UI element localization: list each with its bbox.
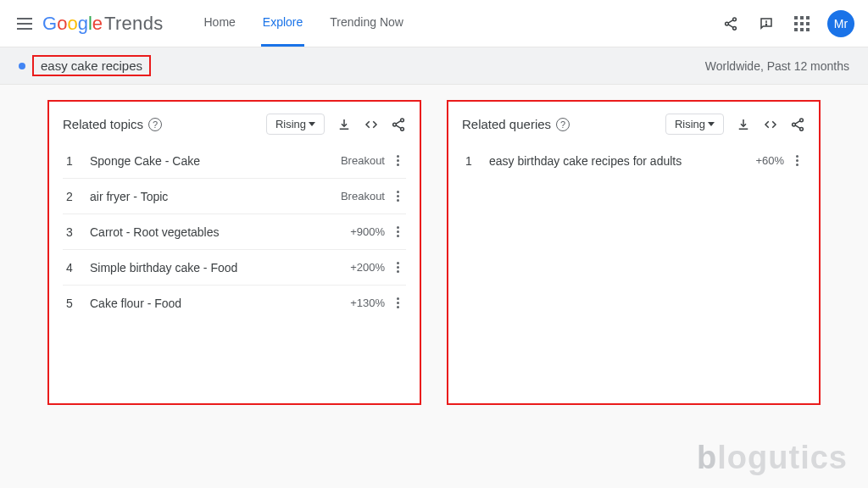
svg-point-13: [793, 123, 796, 126]
svg-point-6: [765, 24, 766, 25]
svg-point-12: [800, 118, 804, 121]
row-value: Breakout: [341, 190, 385, 202]
search-term[interactable]: easy cake recipes: [32, 55, 151, 76]
related-queries-header: Related queries ? Rising: [462, 114, 805, 143]
svg-point-14: [800, 127, 804, 130]
google-trends-logo[interactable]: Google Trends: [42, 13, 163, 35]
related-queries-card: Related queries ? Rising 1 easy birthday…: [447, 100, 821, 405]
svg-point-0: [733, 17, 737, 20]
row-rank: 3: [66, 225, 76, 239]
share-icon[interactable]: [721, 14, 741, 34]
chevron-down-icon: [309, 122, 315, 126]
svg-point-8: [393, 123, 397, 126]
main-nav: Home Explore Trending Now: [202, 0, 404, 47]
nav-home[interactable]: Home: [202, 0, 236, 47]
sub-header: easy cake recipes Worldwide, Past 12 mon…: [0, 47, 868, 85]
table-row[interactable]: 4 Simple birthday cake - Food +200%: [63, 250, 406, 286]
svg-line-3: [728, 19, 733, 22]
context-label: Worldwide, Past 12 months: [705, 59, 849, 73]
row-label: Cake flour - Food: [90, 297, 181, 310]
svg-point-9: [401, 127, 404, 130]
more-icon[interactable]: [393, 225, 403, 239]
google-apps-icon[interactable]: [792, 14, 812, 34]
avatar[interactable]: Mr: [827, 10, 854, 37]
top-header: Google Trends Home Explore Trending Now …: [0, 0, 868, 47]
sort-label: Rising: [275, 118, 306, 130]
related-queries-title: Related queries: [462, 117, 551, 131]
logo-trends-word: Trends: [104, 13, 163, 35]
row-label: easy birthday cake recipes for adults: [489, 154, 682, 168]
nav-explore[interactable]: Explore: [261, 0, 304, 47]
term-color-dot-icon: [19, 63, 25, 69]
table-row[interactable]: 2 air fryer - Topic Breakout: [63, 179, 406, 214]
table-row[interactable]: 1 easy birthday cake recipes for adults …: [462, 143, 805, 178]
more-icon[interactable]: [393, 260, 403, 274]
cards-wrapper: Related topics ? Rising 1 Sponge Cake - …: [0, 85, 868, 420]
more-icon[interactable]: [393, 296, 403, 310]
row-rank: 1: [66, 154, 76, 168]
row-value: Breakout: [341, 154, 385, 167]
row-value: +200%: [350, 261, 385, 274]
help-icon[interactable]: ?: [556, 118, 570, 131]
sort-label: Rising: [675, 118, 705, 130]
share-icon[interactable]: [790, 117, 805, 132]
svg-line-4: [728, 24, 733, 26]
related-topics-header: Related topics ? Rising: [63, 114, 406, 143]
more-icon[interactable]: [793, 153, 802, 168]
nav-trending-now[interactable]: Trending Now: [328, 0, 405, 47]
table-row[interactable]: 1 Sponge Cake - Cake Breakout: [63, 143, 406, 179]
row-label: air fryer - Topic: [90, 190, 168, 203]
watermark: blogutics: [697, 440, 848, 476]
related-topics-title: Related topics: [63, 117, 143, 131]
row-rank: 4: [66, 261, 76, 274]
embed-icon[interactable]: [364, 117, 379, 132]
more-icon[interactable]: [393, 153, 403, 168]
search-chip: easy cake recipes: [19, 55, 151, 76]
chevron-down-icon: [708, 122, 715, 126]
svg-point-1: [726, 22, 729, 25]
svg-line-10: [396, 120, 401, 123]
row-value: +130%: [350, 297, 385, 309]
sort-dropdown[interactable]: Rising: [266, 114, 325, 135]
related-topics-card: Related topics ? Rising 1 Sponge Cake - …: [47, 100, 421, 405]
svg-line-16: [795, 125, 800, 127]
embed-icon[interactable]: [763, 117, 778, 132]
help-icon[interactable]: ?: [148, 118, 162, 131]
share-icon[interactable]: [391, 117, 406, 132]
row-value: +60%: [755, 154, 784, 167]
svg-point-7: [401, 118, 404, 121]
download-icon[interactable]: [337, 117, 352, 132]
hamburger-menu-icon[interactable]: [14, 14, 34, 34]
feedback-icon[interactable]: [756, 14, 776, 34]
row-label: Simple birthday cake - Food: [90, 261, 237, 274]
sort-dropdown[interactable]: Rising: [665, 114, 724, 135]
svg-line-15: [795, 120, 800, 123]
more-icon[interactable]: [393, 189, 403, 203]
row-label: Sponge Cake - Cake: [90, 154, 200, 168]
row-rank: 2: [66, 190, 76, 203]
row-value: +900%: [350, 225, 385, 238]
svg-point-2: [733, 26, 737, 30]
top-left: Google Trends Home Explore Trending Now: [14, 0, 405, 47]
svg-line-11: [396, 125, 401, 127]
table-row[interactable]: 5 Cake flour - Food +130%: [63, 286, 406, 320]
row-label: Carrot - Root vegetables: [90, 225, 220, 239]
top-right: Mr: [721, 10, 854, 37]
row-rank: 5: [66, 297, 76, 310]
row-rank: 1: [465, 154, 476, 168]
download-icon[interactable]: [736, 117, 751, 132]
table-row[interactable]: 3 Carrot - Root vegetables +900%: [63, 214, 406, 250]
